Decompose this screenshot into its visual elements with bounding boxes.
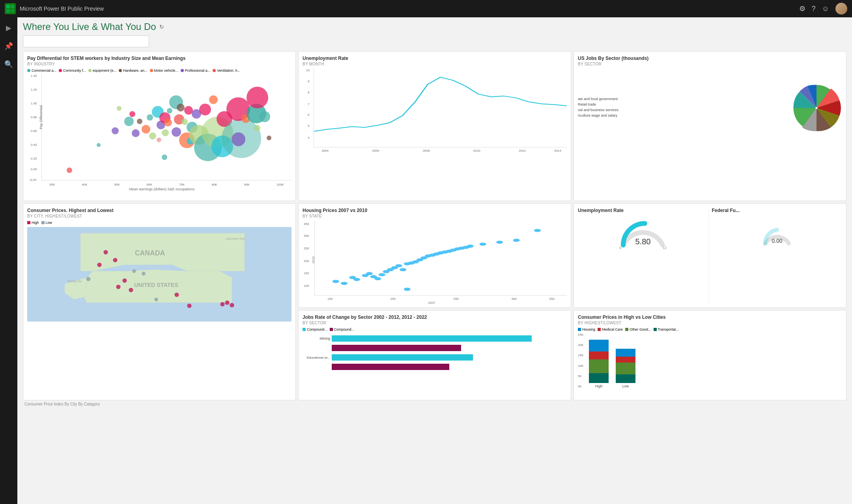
svg-text:CANADA: CANADA bbox=[135, 249, 165, 257]
unemployment-subtitle: BY MONTH bbox=[303, 62, 567, 66]
legend-low: Low bbox=[41, 221, 52, 225]
svg-point-58 bbox=[534, 229, 541, 232]
x-tick-2014: 2014 bbox=[554, 149, 561, 153]
line-chart-area: 10 9 8 7 6 5 4 2004 2006 2008 2010 2012 … bbox=[314, 69, 567, 147]
map-title: Consumer Prices. Highest and Lowest bbox=[27, 208, 291, 213]
bar-seg-other-high bbox=[589, 359, 609, 373]
svg-text:5.80: 5.80 bbox=[635, 237, 651, 246]
svg-point-55 bbox=[479, 243, 486, 246]
legend-dot-motor bbox=[150, 69, 153, 72]
pie-legend-item-business: nal and business services bbox=[578, 108, 788, 112]
map-subtitle: BY CITY, HIGHEST/LOWEST bbox=[27, 214, 291, 218]
svg-point-57 bbox=[513, 239, 520, 242]
hbar-row-mining: Mining bbox=[303, 335, 567, 342]
y-tick-6: 0.40 bbox=[31, 143, 37, 147]
map-legend: High Low bbox=[27, 221, 291, 225]
svg-point-4 bbox=[815, 107, 817, 109]
pie-svg-container bbox=[791, 82, 842, 134]
pie-legend-item-agri: riculture wage and salary bbox=[578, 113, 788, 117]
y-tick-8a: 8 bbox=[308, 91, 309, 94]
legend-sq-housing bbox=[578, 328, 581, 331]
consumer-legend: Housing Medical Care Other Good... Trans… bbox=[578, 327, 842, 331]
map-svg: CANADA UNITED STATES Labrador Sea Bering… bbox=[27, 227, 291, 322]
housing-y-350: 350 bbox=[304, 222, 309, 226]
gauge-max: 12 bbox=[663, 246, 667, 250]
map-area: CANADA UNITED STATES Labrador Sea Bering… bbox=[27, 227, 291, 322]
legend-sq-other bbox=[625, 328, 628, 331]
y-tick-3: 1.00 bbox=[31, 102, 37, 105]
housing-x-200: 200 bbox=[390, 297, 396, 301]
federal-section: Federal Fu... 0.00 bbox=[708, 208, 843, 303]
svg-point-11 bbox=[113, 258, 117, 262]
svg-text:UNITED STATES: UNITED STATES bbox=[134, 282, 179, 288]
svg-text:0.00: 0.00 bbox=[772, 238, 782, 244]
svg-point-28 bbox=[353, 278, 360, 281]
federal-gauge-svg: 0.00 bbox=[761, 218, 793, 249]
hbar-fill-mining-1 bbox=[332, 335, 532, 342]
y-tick-8: 0.00 bbox=[31, 167, 37, 171]
user-avatar[interactable] bbox=[835, 3, 847, 15]
pie-svg bbox=[791, 82, 842, 134]
legend-dot-equipment bbox=[88, 69, 92, 72]
sidebar-expand-icon[interactable]: ▶ bbox=[3, 20, 15, 35]
svg-point-21 bbox=[86, 277, 90, 281]
hbar-row-mining-2 bbox=[303, 345, 567, 351]
federal-gauge-area: 0.00 bbox=[712, 214, 843, 253]
sidebar-search-icon[interactable]: 🔍 bbox=[1, 57, 16, 72]
y-tick-9: -0.20 bbox=[29, 178, 36, 182]
hbar-label-mining: Mining bbox=[303, 337, 330, 340]
x-tick-1: 30K bbox=[49, 183, 55, 186]
main-content: Where You Live & What You Do ↻ Pay Diffe… bbox=[17, 17, 852, 410]
unemployment-line-svg bbox=[314, 69, 567, 147]
legend-high: High bbox=[27, 221, 39, 225]
y-tick-2: 1.20 bbox=[31, 88, 37, 91]
housing-y-150: 150 bbox=[304, 272, 309, 275]
x-tick-2008: 2008 bbox=[423, 149, 430, 153]
bar-seg-transport-low bbox=[616, 374, 635, 383]
page-title: Where You Live & What You Do bbox=[23, 21, 156, 32]
legend-sq-transport bbox=[654, 328, 657, 331]
svg-point-10 bbox=[103, 250, 108, 254]
pie-legend-item-gov: ate and local government bbox=[578, 97, 788, 101]
y-10k: 10K bbox=[578, 364, 583, 368]
x-tick-2: 40K bbox=[82, 183, 87, 186]
bar-seg-housing-low bbox=[616, 349, 635, 357]
legend-item-community: Community f... bbox=[59, 69, 86, 73]
hbar-fill-edu-1 bbox=[332, 354, 473, 361]
hbar-label-edu: Educational se... bbox=[303, 356, 330, 359]
federal-title: Federal Fu... bbox=[712, 208, 843, 213]
search-input[interactable] bbox=[23, 35, 149, 47]
housing-x-300: 300 bbox=[511, 297, 516, 301]
stacked-bar-high: High bbox=[589, 333, 609, 388]
legend-sq-compound1 bbox=[303, 328, 306, 331]
y-25k: 25K bbox=[578, 333, 583, 337]
housing-scatter-area: 350 300 250 200 150 100 150 200 250 300 … bbox=[314, 221, 567, 296]
legend-medical: Medical Care bbox=[598, 327, 623, 331]
hbar-fill-mining-2 bbox=[332, 345, 461, 351]
x-tick-6: 80K bbox=[211, 183, 217, 186]
refresh-icon[interactable]: ↻ bbox=[159, 24, 164, 30]
map-card: Consumer Prices. Highest and Lowest BY C… bbox=[23, 203, 296, 400]
bubble-chart-card: Pay Differential for STEM workers by Ind… bbox=[23, 51, 296, 201]
y-tick-1: 1.40 bbox=[31, 74, 37, 78]
svg-point-14 bbox=[116, 285, 120, 289]
y-15k: 15K bbox=[578, 353, 583, 357]
svg-rect-3 bbox=[11, 9, 14, 13]
user-icon[interactable]: ☺ bbox=[822, 5, 829, 13]
topbar-icons: ⚙ ? ☺ bbox=[799, 3, 847, 15]
housing-title: Housing Prices 2007 vs 2010 bbox=[303, 208, 567, 213]
consumer-prices-subtitle: BY HIGHEST/LOWEST bbox=[578, 321, 842, 325]
svg-point-19 bbox=[225, 300, 229, 305]
svg-point-33 bbox=[379, 273, 385, 276]
legend-dot-community bbox=[59, 69, 62, 72]
svg-point-22 bbox=[132, 269, 136, 273]
stacked-bar-area: 25K 20K 15K 10K 5K 0K High bbox=[578, 333, 842, 396]
pie-chart-area: ate and local government Retail trade na… bbox=[578, 69, 842, 147]
help-icon[interactable]: ? bbox=[812, 5, 816, 13]
svg-point-32 bbox=[374, 277, 381, 280]
x-tick-2004: 2004 bbox=[321, 149, 329, 153]
bar-seg-housing-high bbox=[589, 340, 609, 351]
gauge-area: 5.80 0 12 bbox=[578, 214, 708, 253]
settings-icon[interactable]: ⚙ bbox=[799, 4, 805, 13]
sidebar-pin-icon[interactable]: 📌 bbox=[1, 39, 16, 54]
